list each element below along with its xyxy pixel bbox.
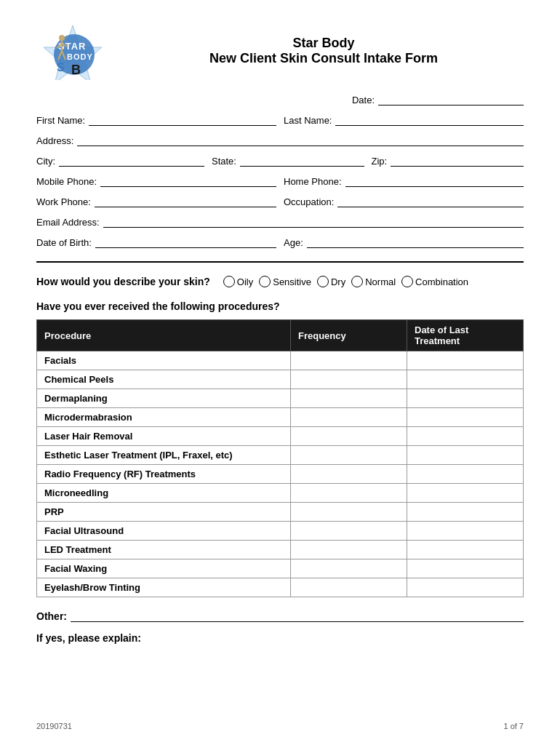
table-row: Chemical Peels xyxy=(37,370,524,389)
city-state-zip-row: City: State: Zip: xyxy=(36,155,524,167)
procedure-last-treatment[interactable] xyxy=(407,578,524,597)
home-phone-label: Home Phone: xyxy=(284,176,342,187)
table-row: Facials xyxy=(37,351,524,370)
other-input[interactable] xyxy=(71,610,524,622)
procedure-last-treatment[interactable] xyxy=(407,389,524,408)
explain-label: If yes, please explain: xyxy=(36,632,524,644)
procedure-name: LED Treatment xyxy=(37,541,291,559)
procedure-frequency[interactable] xyxy=(291,389,407,408)
procedure-last-treatment[interactable] xyxy=(407,503,524,522)
procedures-table: Procedure Frequency Date of Last Treatme… xyxy=(36,319,524,597)
procedure-name: PRP xyxy=(37,503,291,522)
procedure-frequency[interactable] xyxy=(291,446,407,465)
other-row: Other: xyxy=(36,610,524,622)
procedure-name: Laser Hair Removal xyxy=(37,427,291,446)
procedure-frequency[interactable] xyxy=(291,503,407,522)
procedure-last-treatment[interactable] xyxy=(407,559,524,578)
page: STAR BODY S B Star Body New Client Skin … xyxy=(0,0,560,745)
work-phone-label: Work Phone: xyxy=(36,196,91,207)
procedure-frequency[interactable] xyxy=(291,408,407,427)
city-field: City: xyxy=(36,155,204,167)
date-label: Date: xyxy=(352,95,375,105)
first-name-input[interactable] xyxy=(89,114,276,126)
table-row: Facial Waxing xyxy=(37,559,524,578)
procedure-frequency[interactable] xyxy=(291,559,407,578)
age-input[interactable] xyxy=(307,236,524,248)
zip-field: Zip: xyxy=(372,155,524,167)
radio-label-combination: Combination xyxy=(415,276,468,287)
state-input[interactable] xyxy=(240,155,364,167)
procedure-frequency[interactable] xyxy=(291,484,407,503)
name-row: First Name: Last Name: xyxy=(36,114,524,126)
radio-dry[interactable]: Dry xyxy=(317,276,345,287)
procedure-last-treatment[interactable] xyxy=(407,370,524,389)
zip-input[interactable] xyxy=(391,155,524,167)
dob-label: Date of Birth: xyxy=(36,237,92,248)
radio-oily[interactable]: Oily xyxy=(223,276,253,287)
email-field: Email Address: xyxy=(36,216,524,228)
mobile-phone-input[interactable] xyxy=(100,175,276,187)
occupation-label: Occupation: xyxy=(284,196,334,207)
svg-text:B: B xyxy=(71,63,81,77)
table-row: Laser Hair Removal xyxy=(37,427,524,446)
address-field: Address: xyxy=(36,135,524,146)
work-phone-input[interactable] xyxy=(95,196,276,207)
procedure-last-treatment[interactable] xyxy=(407,541,524,559)
radio-circle-dry xyxy=(317,276,329,287)
procedure-name: Dermaplaning xyxy=(37,389,291,408)
procedure-last-treatment[interactable] xyxy=(407,351,524,370)
table-row: Radio Frequency (RF) Treatments xyxy=(37,465,524,484)
home-phone-field: Home Phone: xyxy=(284,175,524,187)
procedure-name: Eyelash/Brow Tinting xyxy=(37,578,291,597)
age-label: Age: xyxy=(284,237,303,248)
section-divider xyxy=(36,261,524,263)
city-label: City: xyxy=(36,156,55,167)
svg-text:S: S xyxy=(57,61,65,73)
dob-input[interactable] xyxy=(95,236,276,248)
svg-point-4 xyxy=(59,35,65,41)
logo: STAR BODY S B xyxy=(36,22,109,80)
procedure-last-treatment[interactable] xyxy=(407,522,524,541)
procedure-frequency[interactable] xyxy=(291,541,407,559)
table-row: LED Treatment xyxy=(37,541,524,559)
procedure-last-treatment[interactable] xyxy=(407,408,524,427)
procedure-name: Microdermabrasion xyxy=(37,408,291,427)
procedure-last-treatment[interactable] xyxy=(407,427,524,446)
procedure-frequency[interactable] xyxy=(291,465,407,484)
radio-sensitive[interactable]: Sensitive xyxy=(259,276,311,287)
table-row: Eyelash/Brow Tinting xyxy=(37,578,524,597)
procedure-frequency[interactable] xyxy=(291,351,407,370)
procedure-frequency[interactable] xyxy=(291,370,407,389)
date-underline[interactable] xyxy=(378,95,524,105)
procedure-name: Microneedling xyxy=(37,484,291,503)
state-label: State: xyxy=(212,156,236,167)
procedure-last-treatment[interactable] xyxy=(407,465,524,484)
procedure-name: Radio Frequency (RF) Treatments xyxy=(37,465,291,484)
procedures-section: Have you ever received the following pro… xyxy=(36,300,524,644)
zip-label: Zip: xyxy=(372,156,388,167)
procedure-last-treatment[interactable] xyxy=(407,446,524,465)
email-input[interactable] xyxy=(103,216,524,228)
dob-age-row: Date of Birth: Age: xyxy=(36,236,524,248)
header: STAR BODY S B Star Body New Client Skin … xyxy=(36,22,524,80)
city-input[interactable] xyxy=(59,155,204,167)
procedure-name: Facials xyxy=(37,351,291,370)
radio-circle-normal xyxy=(351,276,363,287)
form-title: New Client Skin Consult Intake Form xyxy=(124,51,524,66)
last-name-input[interactable] xyxy=(335,114,524,126)
table-row: Esthetic Laser Treatment (IPL, Fraxel, e… xyxy=(37,446,524,465)
address-input[interactable] xyxy=(77,135,524,146)
occupation-input[interactable] xyxy=(337,196,524,207)
mobile-phone-label: Mobile Phone: xyxy=(36,176,97,187)
dob-field: Date of Birth: xyxy=(36,236,276,248)
table-row: PRP xyxy=(37,503,524,522)
procedure-frequency[interactable] xyxy=(291,522,407,541)
procedure-frequency[interactable] xyxy=(291,427,407,446)
table-row: Facial Ultrasound xyxy=(37,522,524,541)
procedure-frequency[interactable] xyxy=(291,578,407,597)
radio-circle-oily xyxy=(223,276,235,287)
radio-combination[interactable]: Combination xyxy=(401,276,468,287)
home-phone-input[interactable] xyxy=(345,175,524,187)
radio-normal[interactable]: Normal xyxy=(351,276,396,287)
procedure-last-treatment[interactable] xyxy=(407,484,524,503)
